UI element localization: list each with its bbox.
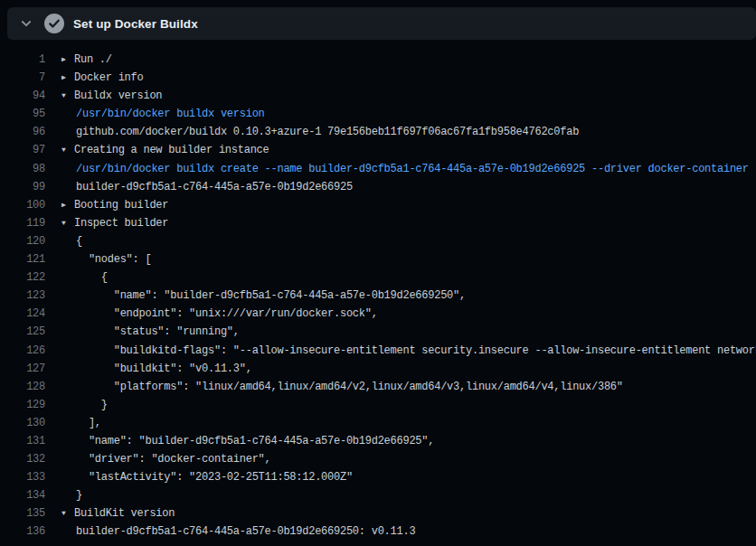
line-number[interactable]: 131 <box>0 432 45 450</box>
step-title: Set up Docker Buildx <box>73 17 198 31</box>
log-group-line[interactable]: 100 ▶Booting builder <box>0 196 756 214</box>
actions-log-viewer: { "header": { "title": "Set up Docker Bu… <box>0 0 756 546</box>
triangle-down-icon: ▼ <box>61 141 74 159</box>
log-line: 128 "platforms": "linux/amd64,linux/amd6… <box>0 378 756 396</box>
log-line: 123 "name": "builder-d9cfb5a1-c764-445a-… <box>0 287 756 305</box>
log-line: 98 /usr/bin/docker buildx create --name … <box>0 160 756 178</box>
log-line: 136 builder-d9cfb5a1-c764-445a-a57e-0b19… <box>0 522 756 541</box>
line-number[interactable]: 128 <box>0 378 45 396</box>
log-line: 95 /usr/bin/docker buildx version <box>0 105 756 123</box>
check-circle-icon <box>44 14 64 33</box>
line-text: "nodes": [ <box>76 253 151 266</box>
chevron-down-icon[interactable] <box>16 14 36 33</box>
line-text: "status": "running", <box>76 325 240 338</box>
line-number[interactable]: 119 <box>0 214 45 232</box>
line-number[interactable]: 121 <box>0 250 45 268</box>
line-text: /usr/bin/docker buildx create --name bui… <box>76 163 749 175</box>
line-text: Docker info <box>74 71 143 84</box>
line-text: Creating a new builder instance <box>74 144 269 156</box>
log-line: 124 "endpoint": "unix:///var/run/docker.… <box>0 305 756 323</box>
line-text: "lastActivity": "2023-02-25T11:58:12.000… <box>76 471 353 484</box>
log-line: 132 "driver": "docker-container", <box>0 450 756 468</box>
log-lines: 1 ▶Run ./ 7 ▶Docker info 94 ▼Buildx vers… <box>0 40 756 546</box>
line-text: "name": "builder-d9cfb5a1-c764-445a-a57e… <box>76 435 434 447</box>
line-text: "buildkit": "v0.11.3", <box>76 362 252 375</box>
line-text: "name": "builder-d9cfb5a1-c764-445a-a57e… <box>76 289 466 302</box>
line-text: Buildx version <box>74 89 162 102</box>
line-text: Booting builder <box>74 199 168 212</box>
line-number[interactable]: 94 <box>0 87 45 105</box>
line-text: "buildkitd-flags": "--allow-insecure-ent… <box>76 344 756 357</box>
line-text: ], <box>76 417 101 429</box>
log-group-line[interactable]: 94 ▼Buildx version <box>0 87 756 105</box>
log-line: 126 "buildkitd-flags": "--allow-insecure… <box>0 342 756 360</box>
log-line: 129 } <box>0 396 756 414</box>
triangle-right-icon: ▶ <box>61 196 74 214</box>
line-text: /usr/bin/docker buildx version <box>76 108 265 120</box>
step-header[interactable]: Set up Docker Buildx <box>7 7 756 40</box>
line-text: } <box>76 399 108 411</box>
line-text: "driver": "docker-container", <box>76 453 271 466</box>
triangle-down-icon: ▼ <box>61 504 74 522</box>
line-number[interactable]: 126 <box>0 342 45 360</box>
log-line: 131 "name": "builder-d9cfb5a1-c764-445a-… <box>0 432 756 450</box>
log-group-line[interactable]: 135 ▼BuildKit version <box>0 504 756 522</box>
line-number[interactable]: 96 <box>0 123 45 141</box>
line-number[interactable]: 1 <box>0 51 45 69</box>
log-line: 122 { <box>0 268 756 287</box>
line-text: Inspect builder <box>74 217 168 230</box>
log-line: 130 ], <box>0 414 756 432</box>
log-group-line[interactable]: 7 ▶Docker info <box>0 69 756 87</box>
line-number[interactable]: 98 <box>0 160 45 178</box>
line-number[interactable]: 124 <box>0 305 45 323</box>
line-number[interactable]: 134 <box>0 486 45 504</box>
line-number[interactable]: 129 <box>0 396 45 414</box>
log-group-line[interactable]: 1 ▶Run ./ <box>0 51 756 69</box>
line-number[interactable]: 132 <box>0 450 45 468</box>
line-number[interactable]: 95 <box>0 105 45 123</box>
log-line: 133 "lastActivity": "2023-02-25T11:58:12… <box>0 468 756 486</box>
line-number[interactable]: 99 <box>0 178 45 196</box>
line-number[interactable]: 122 <box>0 268 45 287</box>
log-group-line[interactable]: 97 ▼Creating a new builder instance <box>0 141 756 159</box>
log-line: 120 { <box>0 232 756 250</box>
triangle-right-icon: ▶ <box>61 51 74 69</box>
line-text: github.com/docker/buildx 0.10.3+azure-1 … <box>76 126 579 138</box>
log-line: 99 builder-d9cfb5a1-c764-445a-a57e-0b19d… <box>0 178 756 196</box>
line-number[interactable]: 120 <box>0 232 45 250</box>
triangle-down-icon: ▼ <box>61 87 74 105</box>
log-line: 121 "nodes": [ <box>0 250 756 268</box>
line-text: builder-d9cfb5a1-c764-445a-a57e-0b19d2e6… <box>76 181 353 193</box>
line-number[interactable]: 130 <box>0 414 45 432</box>
line-number[interactable]: 123 <box>0 287 45 305</box>
line-text: { <box>76 235 82 248</box>
log-line: 127 "buildkit": "v0.11.3", <box>0 360 756 378</box>
triangle-right-icon: ▶ <box>61 69 74 87</box>
log-line: 134 } <box>0 486 756 504</box>
log-group-line[interactable]: 119 ▼Inspect builder <box>0 214 756 232</box>
line-number[interactable]: 135 <box>0 504 45 522</box>
line-text: builder-d9cfb5a1-c764-445a-a57e-0b19d2e6… <box>76 525 415 538</box>
line-text: Run ./ <box>74 53 112 66</box>
line-number[interactable]: 133 <box>0 468 45 486</box>
triangle-down-icon: ▼ <box>61 214 74 232</box>
line-number[interactable]: 136 <box>0 522 45 541</box>
log-line: 125 "status": "running", <box>0 323 756 341</box>
log-line: 96 github.com/docker/buildx 0.10.3+azure… <box>0 123 756 141</box>
line-text: } <box>76 489 82 502</box>
line-number[interactable]: 7 <box>0 69 45 87</box>
line-text: "endpoint": "unix:///var/run/docker.sock… <box>76 307 378 320</box>
line-text: { <box>76 271 108 284</box>
line-number[interactable]: 125 <box>0 323 45 341</box>
line-number[interactable]: 127 <box>0 360 45 378</box>
line-number[interactable]: 100 <box>0 196 45 214</box>
line-text: "platforms": "linux/amd64,linux/amd64/v2… <box>76 381 623 393</box>
line-text: BuildKit version <box>74 507 175 520</box>
line-number[interactable]: 97 <box>0 141 45 159</box>
